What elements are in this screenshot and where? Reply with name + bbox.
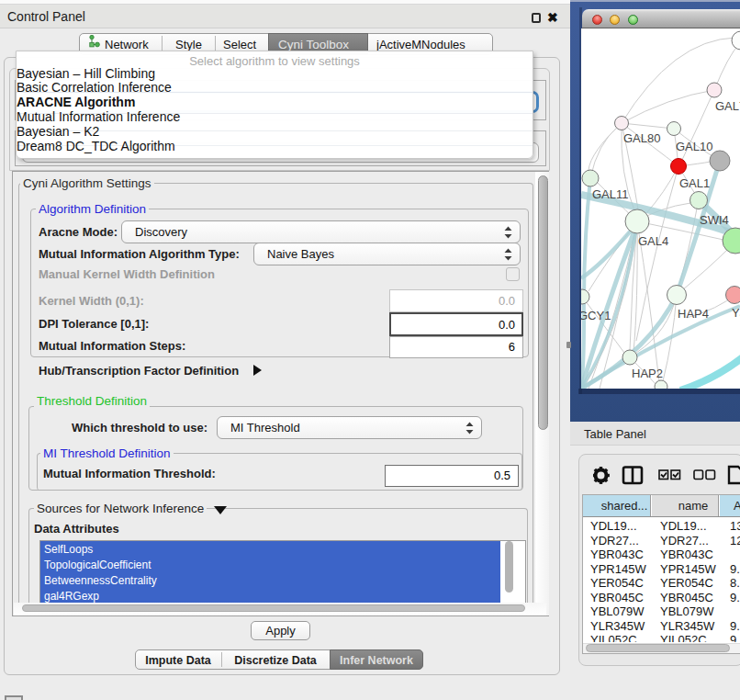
svg-text:GCY1: GCY1 [581,309,611,322]
svg-text:GAL11: GAL11 [592,187,629,201]
svg-text:SWI4: SWI4 [700,213,729,227]
svg-text:YJ: YJ [732,306,740,320]
svg-text:GAL1: GAL1 [679,176,710,190]
svg-text:GAL80: GAL80 [623,131,660,145]
svg-text:GAL10: GAL10 [676,140,712,153]
svg-text:HAP4: HAP4 [678,307,709,321]
svg-text:GAL4: GAL4 [638,234,668,248]
svg-text:GAL7: GAL7 [715,99,740,113]
svg-text:HAP2: HAP2 [632,367,663,380]
